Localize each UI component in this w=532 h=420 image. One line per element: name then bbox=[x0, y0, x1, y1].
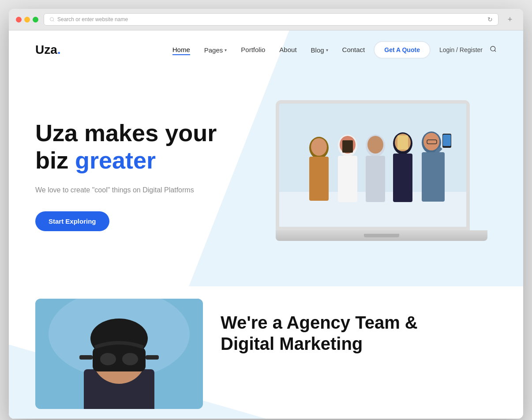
svg-rect-11 bbox=[342, 140, 353, 153]
svg-rect-9 bbox=[338, 156, 357, 202]
reload-icon[interactable]: ↻ bbox=[487, 16, 493, 23]
nav-item-home[interactable]: Home bbox=[172, 46, 190, 55]
svg-point-7 bbox=[311, 138, 327, 156]
svg-point-14 bbox=[367, 136, 383, 154]
laptop-screen-inner bbox=[279, 104, 466, 227]
login-link[interactable]: Login bbox=[439, 46, 454, 53]
nav-item-blog[interactable]: Blog ▾ bbox=[311, 46, 328, 54]
hero-image bbox=[266, 100, 497, 250]
hero-title-highlight: greater bbox=[75, 147, 156, 173]
svg-rect-13 bbox=[366, 156, 385, 202]
about-section: We're a Agency Team & Digital Marketing bbox=[9, 299, 523, 409]
nav-search-icon[interactable] bbox=[490, 45, 497, 54]
svg-rect-24 bbox=[443, 135, 451, 146]
address-bar[interactable]: Search or enter website name ↻ bbox=[44, 13, 498, 26]
register-link[interactable]: Register bbox=[460, 46, 483, 53]
new-tab-button[interactable]: + bbox=[504, 13, 516, 26]
svg-rect-41 bbox=[79, 355, 93, 360]
about-title-line1: We're a Agency Team & bbox=[221, 313, 418, 332]
nav-item-about[interactable]: About bbox=[279, 46, 296, 53]
svg-rect-16 bbox=[393, 154, 412, 202]
svg-rect-6 bbox=[309, 157, 329, 201]
vr-person-illustration bbox=[35, 299, 203, 409]
close-button[interactable] bbox=[16, 17, 22, 22]
laptop-base bbox=[276, 230, 487, 241]
svg-point-1 bbox=[491, 46, 495, 51]
hero-title-line1: Uza makes your bbox=[35, 120, 217, 146]
browser-dots bbox=[16, 17, 38, 22]
svg-point-38 bbox=[100, 353, 116, 365]
browser-window: Search or enter website name ↻ + Uza. Ho… bbox=[9, 9, 523, 419]
logo-dot: . bbox=[57, 43, 61, 56]
address-text: Search or enter website name bbox=[57, 16, 128, 22]
about-title-line2: Digital Marketing bbox=[221, 334, 363, 353]
nav-item-pages[interactable]: Pages ▾ bbox=[204, 46, 227, 54]
hero-title: Uza makes your biz greater bbox=[35, 119, 266, 174]
laptop-notch bbox=[364, 234, 399, 237]
svg-rect-20 bbox=[422, 152, 445, 202]
nav-item-contact[interactable]: Contact bbox=[342, 46, 365, 53]
get-quote-button[interactable]: Get A Quote bbox=[374, 41, 431, 59]
about-image bbox=[35, 299, 203, 409]
maximize-button[interactable] bbox=[33, 17, 38, 22]
svg-point-39 bbox=[122, 353, 138, 365]
start-exploring-button[interactable]: Start Exploring bbox=[35, 211, 109, 231]
svg-rect-18 bbox=[397, 135, 408, 150]
about-text: We're a Agency Team & Digital Marketing bbox=[203, 299, 497, 368]
logo-text: Uza bbox=[35, 43, 57, 56]
team-photo-illustration bbox=[279, 104, 466, 227]
hero-title-line2-prefix: biz bbox=[35, 147, 75, 173]
hero-content: Uza makes your biz greater We love to cr… bbox=[35, 119, 266, 232]
svg-rect-40 bbox=[146, 355, 159, 360]
site-logo[interactable]: Uza. bbox=[35, 43, 61, 57]
website-content: Uza. Home Pages ▾ Portfolio About bbox=[9, 30, 523, 419]
nav-links: Home Pages ▾ Portfolio About Blog bbox=[172, 46, 365, 54]
hero-subtitle: We love to create "cool" things on Digit… bbox=[35, 184, 266, 196]
laptop-mockup bbox=[276, 100, 487, 250]
svg-point-0 bbox=[50, 18, 54, 21]
minimize-button[interactable] bbox=[24, 17, 30, 22]
nav-auth: Login / Register bbox=[439, 46, 483, 53]
chevron-down-icon: ▾ bbox=[225, 48, 227, 52]
about-title: We're a Agency Team & Digital Marketing bbox=[221, 312, 479, 354]
hero-section: Uza makes your biz greater We love to cr… bbox=[9, 69, 523, 290]
laptop-screen bbox=[276, 100, 470, 230]
browser-toolbar: Search or enter website name ↻ + bbox=[9, 9, 523, 30]
chevron-down-icon-blog: ▾ bbox=[326, 48, 328, 52]
main-navigation: Uza. Home Pages ▾ Portfolio About bbox=[9, 30, 523, 69]
search-icon bbox=[49, 17, 55, 22]
nav-item-portfolio[interactable]: Portfolio bbox=[241, 46, 265, 53]
